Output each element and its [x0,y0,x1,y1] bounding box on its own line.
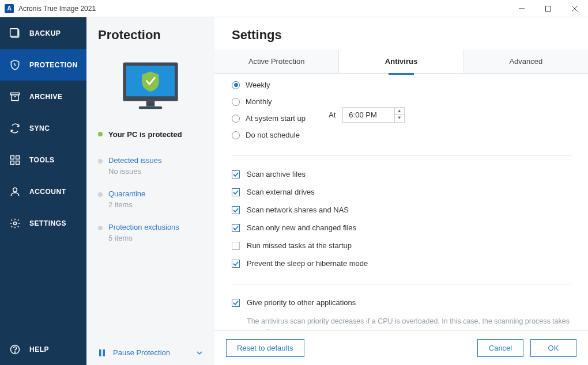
sidebar-item-protection[interactable]: PROTECTION [0,49,86,81]
radio-icon [232,131,240,139]
check-scan-only-new-and-changed-files[interactable]: Scan only new and changed files [232,223,571,232]
settings-panel: Settings Active Protection Antivirus Adv… [214,17,588,365]
protection-status: Your PC is protected [98,130,203,139]
backup-icon [9,27,21,40]
time-value: 6:00 PM [343,108,394,122]
schedule-radio-group: Weekly Monthly At system start up Do not… [232,77,306,139]
sidebar-item-settings[interactable]: SETTINGS [0,207,86,239]
tab-antivirus[interactable]: Antivirus [339,50,463,73]
sidebar-item-help[interactable]: HELP [0,333,86,365]
check-scan-archive-files[interactable]: Scan archive files [232,170,571,178]
sidebar-item-account[interactable]: ACCOUNT [0,176,86,207]
status-text: Your PC is protected [108,130,182,139]
checkbox-icon [232,224,240,232]
link-sub: No issues [108,167,203,176]
sidebar-label: PROTECTION [29,61,78,69]
svg-rect-22 [99,349,101,356]
help-icon [9,343,21,356]
chevron-down-icon [196,349,203,356]
link-label: Quarantine [108,189,203,198]
checkbox-icon [232,299,240,307]
check-priority[interactable]: Give priority to other applications [232,298,571,307]
checkbox-icon [232,260,240,268]
radio-weekly[interactable]: Weekly [232,81,306,89]
svg-rect-1 [546,6,551,11]
close-button[interactable] [561,0,588,17]
check-label: Prevent the sleep or hibernate mode [247,259,368,268]
check-label: Give priority to other applications [247,298,356,307]
protection-panel: Protection Your PC is protected Detected… [86,17,214,365]
sidebar-label: ACCOUNT [29,188,66,196]
sidebar-item-tools[interactable]: TOOLS [0,144,86,176]
sync-icon [9,122,21,135]
monitor-illustration [119,60,182,113]
tab-advanced[interactable]: Advanced [464,50,588,73]
sidebar-item-backup[interactable]: BACKUP [0,17,86,49]
sidebar-label: ARCHIVE [29,93,63,101]
settings-tabs: Active Protection Antivirus Advanced [214,50,588,74]
svg-rect-20 [146,101,155,106]
checkbox-icon [232,242,240,250]
ok-button[interactable]: OK [530,339,576,357]
reset-defaults-button[interactable]: Reset to defaults [226,339,304,357]
quarantine-link[interactable]: Quarantine 2 items [98,189,203,209]
cancel-button[interactable]: Cancel [477,339,523,357]
radio-do-not-schedule[interactable]: Do not schedule [232,131,306,139]
sidebar-item-sync[interactable]: SYNC [0,112,86,144]
svg-rect-10 [16,155,20,159]
maximize-button[interactable] [535,0,561,17]
link-label: Detected issues [108,156,203,165]
svg-rect-21 [139,107,162,109]
at-label: At [329,111,336,119]
check-scan-external-drives[interactable]: Scan external drives [232,188,571,196]
divider [232,284,571,284]
check-label: Scan external drives [247,188,315,196]
pause-protection-button[interactable]: Pause Protection [98,340,203,365]
tab-active-protection[interactable]: Active Protection [214,50,339,73]
check-run-missed-tasks-at-the-startup[interactable]: Run missed tasks at the startup [232,241,571,250]
svg-rect-7 [12,94,18,100]
svg-rect-19 [123,97,178,101]
time-spin-up[interactable]: ▲ [395,108,404,115]
check-scan-network-shares-and-nas[interactable]: Scan network shares and NAS [232,206,571,214]
link-sub: 5 items [108,234,203,242]
titlebar: A Acronis True Image 2021 [0,0,588,17]
app-title: Acronis True Image 2021 [18,5,96,13]
pause-label: Pause Protection [113,348,170,357]
radio-icon [232,115,240,123]
sidebar-item-archive[interactable]: ARCHIVE [0,81,86,112]
radio-icon [232,98,240,106]
svg-rect-23 [103,349,105,356]
svg-rect-9 [11,155,14,159]
settings-title: Settings [214,17,588,50]
svg-rect-11 [11,161,14,164]
link-sub: 2 items [108,200,203,209]
check-label: Scan only new and changed files [247,223,356,232]
svg-point-14 [14,222,17,225]
sidebar-label: SETTINGS [29,219,66,227]
check-prevent-the-sleep-or-hibernate-mode[interactable]: Prevent the sleep or hibernate mode [232,259,571,268]
check-label: Run missed tasks at the startup [247,241,352,250]
radio-icon [232,81,240,89]
sidebar-label: BACKUP [29,29,61,37]
time-spin-down[interactable]: ▼ [395,115,404,121]
svg-point-13 [13,188,17,192]
sidebar: BACKUP PROTECTION ARCHIVE SYNC TOOLS ACC… [0,17,86,365]
priority-description: The antivirus scan priority decreases if… [247,316,571,330]
status-dot-icon [98,132,103,136]
protection-exclusions-link[interactable]: Protection exclusions 5 items [98,223,203,242]
time-input[interactable]: 6:00 PM ▲ ▼ [342,107,404,123]
sidebar-label: HELP [29,345,49,353]
minimize-button[interactable] [508,0,535,17]
radio-startup[interactable]: At system start up [232,114,306,123]
shield-icon [9,59,21,71]
checkbox-icon [232,188,240,196]
detected-issues-link[interactable]: Detected issues No issues [98,156,203,176]
radio-monthly[interactable]: Monthly [232,97,306,106]
settings-footer: Reset to defaults Cancel OK [214,330,588,365]
svg-point-16 [14,351,15,352]
check-label: Scan network shares and NAS [247,206,349,214]
sidebar-label: TOOLS [29,156,55,164]
sidebar-label: SYNC [29,124,50,132]
checkbox-icon [232,206,240,214]
